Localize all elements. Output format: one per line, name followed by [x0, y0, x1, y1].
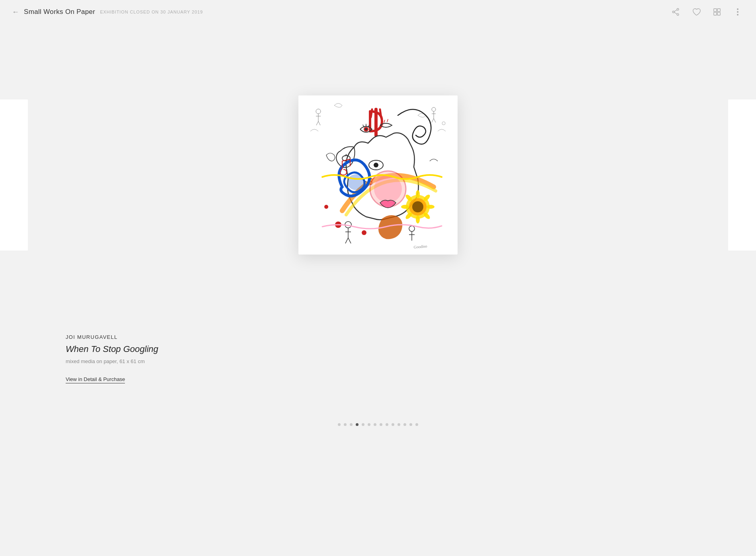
svg-rect-62	[728, 99, 756, 251]
svg-rect-7	[714, 12, 717, 15]
pagination-dot-2[interactable]	[350, 423, 353, 426]
svg-point-32	[374, 163, 378, 167]
artwork-carousel: Goodiso	[0, 40, 756, 310]
artwork-medium: mixed media on paper, 61 x 61 cm	[66, 358, 756, 364]
view-detail-link[interactable]: View in Detail & Purchase	[66, 376, 125, 383]
more-button[interactable]	[731, 6, 744, 18]
header-left: ← Small Works On Paper EXHIBITION CLOSED…	[12, 8, 203, 16]
artwork-info: JOI MURUGAVELL When To Stop Googling mix…	[0, 310, 756, 399]
header-right	[669, 6, 744, 18]
svg-point-36	[347, 174, 365, 190]
svg-point-1	[677, 14, 679, 16]
main-content: Goodiso	[0, 0, 756, 556]
pagination-dot-3[interactable]	[356, 423, 359, 426]
svg-point-30	[365, 128, 367, 130]
svg-point-46	[416, 216, 420, 224]
svg-point-38	[374, 175, 402, 203]
artwork-right-partial[interactable]	[728, 99, 756, 251]
svg-point-51	[362, 230, 366, 235]
pagination-dot-9[interactable]	[392, 423, 394, 426]
pagination-dot-7[interactable]	[380, 423, 382, 426]
pagination-dot-0[interactable]	[338, 423, 341, 426]
svg-point-44	[427, 205, 435, 209]
svg-point-48	[401, 205, 409, 209]
svg-point-2	[672, 11, 674, 13]
grid-view-button[interactable]	[711, 6, 723, 18]
back-button[interactable]: ←	[12, 8, 19, 16]
svg-rect-6	[717, 9, 720, 12]
pagination-dot-11[interactable]	[403, 423, 406, 426]
artwork-center-main[interactable]: Goodiso	[298, 95, 458, 255]
pagination-dot-1[interactable]	[344, 423, 347, 426]
svg-point-42	[416, 190, 420, 198]
pagination-dot-10[interactable]	[397, 423, 400, 426]
pagination-dot-5[interactable]	[368, 423, 370, 426]
exhibition-title: Small Works On Paper	[24, 8, 95, 16]
share-button[interactable]	[669, 6, 682, 18]
svg-point-52	[324, 205, 328, 209]
pagination-dot-4[interactable]	[362, 423, 364, 426]
svg-rect-9	[0, 99, 28, 251]
pagination-dot-12[interactable]	[409, 423, 412, 426]
artwork-left-partial[interactable]	[0, 99, 28, 251]
pagination-dot-6[interactable]	[374, 423, 376, 426]
svg-point-0	[677, 8, 679, 10]
pagination-dots	[0, 423, 756, 442]
exhibition-status: EXHIBITION CLOSED ON 30 JANUARY 2019	[100, 10, 203, 14]
artist-name: JOI MURUGAVELL	[66, 334, 756, 340]
pagination-dot-13[interactable]	[415, 423, 418, 426]
favorite-button[interactable]	[690, 6, 703, 18]
svg-rect-8	[717, 12, 720, 15]
pagination-dot-8[interactable]	[386, 423, 388, 426]
svg-point-41	[412, 201, 423, 212]
header: ← Small Works On Paper EXHIBITION CLOSED…	[0, 0, 756, 24]
svg-line-4	[674, 12, 677, 14]
svg-rect-5	[714, 9, 717, 12]
svg-line-3	[674, 10, 677, 12]
artwork-title: When To Stop Googling	[66, 344, 756, 354]
more-dots-icon	[737, 8, 738, 16]
